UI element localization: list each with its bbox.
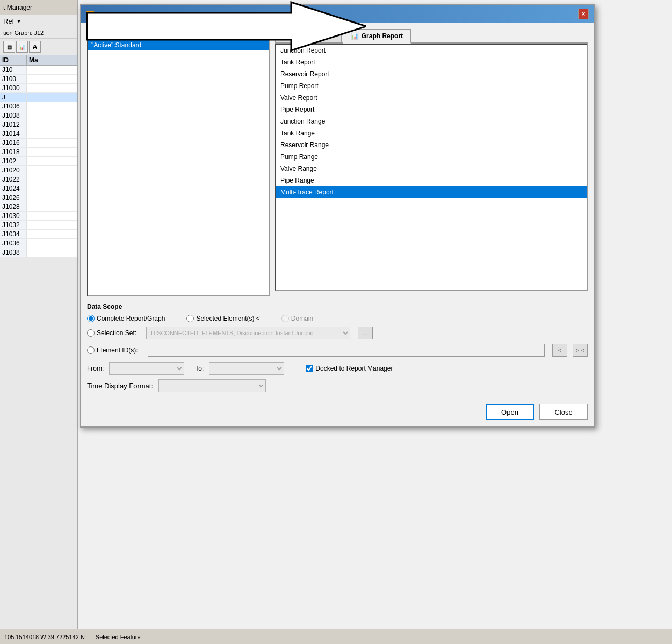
source-item-active-standard[interactable]: "Active":Standard: [88, 40, 269, 50]
sources-list[interactable]: "Active":Standard: [87, 39, 270, 296]
report-list-item[interactable]: Multi-Trace Report: [276, 186, 587, 198]
from-label: From:: [87, 365, 104, 372]
text-icon[interactable]: A: [29, 41, 41, 53]
sources-panel: Available Output Sources "Active":Standa…: [87, 29, 270, 296]
grid-tab-icon: ⊞: [283, 32, 288, 40]
report-list-item[interactable]: Tank Range: [276, 127, 587, 139]
open-button[interactable]: Open: [486, 404, 534, 420]
radio-selected-input[interactable]: [186, 315, 194, 322]
report-list-item[interactable]: Reservoir Report: [276, 68, 587, 80]
left-panel-row[interactable]: J1018: [0, 148, 77, 157]
left-panel-row[interactable]: J100: [0, 75, 77, 84]
cell-id: J1012: [0, 120, 27, 129]
tab-tabular-report[interactable]: ⊞ Tabular Report: [275, 29, 342, 42]
cell-id: J1022: [0, 175, 27, 184]
report-list-item[interactable]: Junction Range: [276, 115, 587, 127]
cell-ma: [27, 248, 77, 257]
report-list-item[interactable]: Reservoir Range: [276, 139, 587, 151]
from-to-row: From: To: Docked to Report Manager: [87, 362, 588, 375]
cell-ma: [27, 111, 77, 120]
report-list-item[interactable]: Tank Report: [276, 56, 587, 68]
cell-ma: [27, 66, 77, 74]
cell-ma: [27, 166, 77, 175]
cell-ma: [27, 120, 77, 129]
cell-ma: [27, 175, 77, 184]
radio-complete[interactable]: Complete Report/Graph: [87, 315, 165, 322]
graph-label: tion Graph: J12: [0, 27, 77, 39]
dialog-titlebar: Output Report/Graph ×: [81, 5, 594, 23]
radio-selection-set-input[interactable]: [87, 329, 95, 337]
report-list-item[interactable]: Valve Range: [276, 163, 587, 175]
element-ids-prev-btn[interactable]: <: [552, 344, 567, 357]
left-panel-row[interactable]: J1032: [0, 221, 77, 230]
cell-id: J10: [0, 66, 27, 74]
left-panel-row[interactable]: J1020: [0, 166, 77, 175]
cell-id: J1036: [0, 239, 27, 248]
docked-checkbox-label[interactable]: Docked to Report Manager: [306, 365, 393, 372]
close-icon[interactable]: ×: [578, 9, 589, 19]
col-id-header: ID: [0, 55, 27, 65]
report-list-item[interactable]: Pump Report: [276, 80, 587, 92]
cell-ma: [27, 221, 77, 229]
cell-id: J1032: [0, 221, 27, 229]
docked-checkbox[interactable]: [306, 365, 313, 372]
svg-rect-4: [88, 14, 89, 15]
element-ids-next-btn[interactable]: >-<: [573, 344, 588, 357]
top-section: Available Output Sources "Active":Standa…: [87, 29, 588, 296]
left-panel-row[interactable]: J1014: [0, 129, 77, 139]
left-panel-row[interactable]: J1000: [0, 84, 77, 93]
report-list-item[interactable]: Pump Range: [276, 151, 587, 163]
reports-list[interactable]: Junction ReportTank ReportReservoir Repo…: [275, 44, 588, 291]
radio-selected-label: Selected Element(s) <: [196, 315, 259, 322]
cell-ma: [27, 102, 77, 111]
radio-domain[interactable]: Domain: [281, 315, 313, 322]
report-list-item[interactable]: Pipe Range: [276, 175, 587, 186]
dialog-footer: Open Close: [87, 400, 588, 420]
left-panel-row[interactable]: J10: [0, 66, 77, 75]
reports-panel: ⊞ Tabular Report 📊 Graph Report Junction…: [275, 29, 588, 296]
element-ids-input[interactable]: [148, 344, 545, 357]
scope-row-1: Complete Report/Graph Selected Element(s…: [87, 315, 588, 322]
cell-ma: [27, 139, 77, 147]
cell-ma: [27, 212, 77, 220]
left-panel-row[interactable]: J1008: [0, 111, 77, 120]
left-panel-row[interactable]: J1012: [0, 120, 77, 129]
column-header: ID Ma: [0, 55, 77, 66]
cell-id: J1028: [0, 202, 27, 211]
cell-id: J1020: [0, 166, 27, 175]
radio-selected[interactable]: Selected Element(s) <: [186, 315, 259, 322]
radio-complete-input[interactable]: [87, 315, 95, 322]
cell-id: J1006: [0, 102, 27, 111]
left-panel-row[interactable]: J1038: [0, 248, 77, 257]
left-panel-row[interactable]: J1026: [0, 193, 77, 202]
close-button[interactable]: Close: [539, 404, 588, 420]
left-panel-row[interactable]: J1022: [0, 175, 77, 184]
left-panel-row[interactable]: J: [0, 93, 77, 102]
report-list-item[interactable]: Valve Report: [276, 92, 587, 104]
left-panel-row[interactable]: J1024: [0, 184, 77, 193]
cell-ma: [27, 93, 77, 102]
left-panel-row[interactable]: J102: [0, 157, 77, 166]
left-panel-row[interactable]: J1006: [0, 102, 77, 111]
scope-row-3: Element ID(s): < >-<: [87, 344, 588, 357]
left-panel-row[interactable]: J1034: [0, 230, 77, 239]
left-panel-row[interactable]: J1016: [0, 139, 77, 148]
grid-icon[interactable]: ▦: [3, 41, 15, 53]
cell-ma: [27, 148, 77, 156]
radio-domain-label: Domain: [291, 315, 313, 322]
selection-set-browse-btn[interactable]: ...: [358, 327, 373, 339]
chart-icon[interactable]: 📊: [16, 41, 28, 53]
svg-rect-1: [88, 12, 89, 13]
cell-ma: [27, 129, 77, 138]
left-panel-row[interactable]: J1036: [0, 239, 77, 248]
report-list-item[interactable]: Pipe Report: [276, 104, 587, 115]
left-panel-row[interactable]: J1028: [0, 202, 77, 212]
cell-id: J1030: [0, 212, 27, 220]
radio-element-ids[interactable]: Element ID(s):: [87, 346, 138, 354]
report-list-item[interactable]: Junction Report: [276, 45, 587, 56]
radio-element-ids-input[interactable]: [87, 346, 95, 354]
tab-graph-report[interactable]: 📊 Graph Report: [343, 29, 411, 44]
left-panel-row[interactable]: J1030: [0, 212, 77, 221]
radio-selection-set[interactable]: Selection Set:: [87, 329, 136, 337]
cell-ma: [27, 157, 77, 165]
